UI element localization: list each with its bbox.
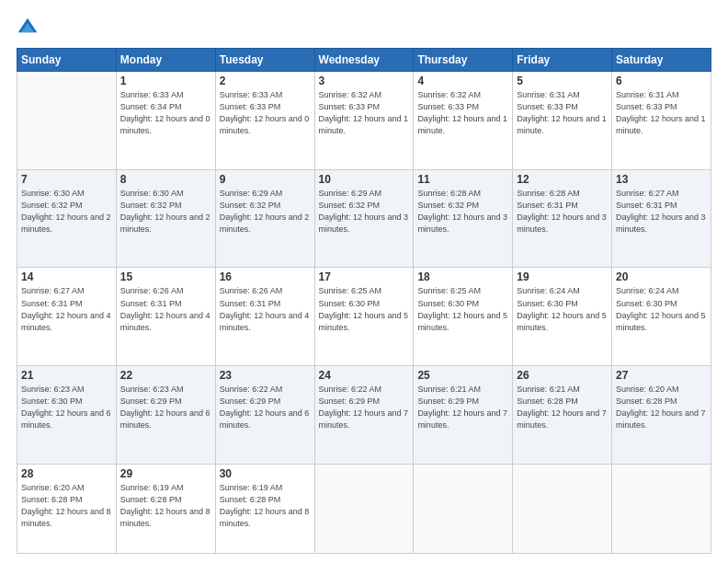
calendar-cell: 16 Sunrise: 6:26 AMSunset: 6:31 PMDaylig… — [215, 268, 314, 366]
calendar-cell — [17, 72, 117, 170]
day-number: 2 — [220, 75, 311, 87]
day-number: 19 — [517, 270, 608, 283]
day-info: Sunrise: 6:28 AMSunset: 6:32 PMDaylight:… — [417, 188, 508, 236]
day-info: Sunrise: 6:31 AMSunset: 6:33 PMDaylight:… — [517, 89, 608, 137]
calendar-cell: 27 Sunrise: 6:20 AMSunset: 6:28 PMDaylig… — [612, 366, 711, 465]
calendar-week-2: 7 Sunrise: 6:30 AMSunset: 6:32 PMDayligh… — [17, 169, 711, 268]
day-info: Sunrise: 6:33 AMSunset: 6:34 PMDaylight:… — [120, 89, 211, 137]
day-number: 20 — [616, 270, 707, 283]
day-info: Sunrise: 6:31 AMSunset: 6:33 PMDaylight:… — [616, 89, 707, 137]
day-info: Sunrise: 6:27 AMSunset: 6:31 PMDaylight:… — [616, 188, 707, 236]
calendar-cell: 2 Sunrise: 6:33 AMSunset: 6:33 PMDayligh… — [215, 72, 314, 170]
header-row: SundayMondayTuesdayWednesdayThursdayFrid… — [17, 49, 711, 72]
calendar-cell: 11 Sunrise: 6:28 AMSunset: 6:32 PMDaylig… — [414, 169, 513, 268]
calendar-cell: 19 Sunrise: 6:24 AMSunset: 6:30 PMDaylig… — [513, 268, 612, 366]
day-info: Sunrise: 6:21 AMSunset: 6:29 PMDaylight:… — [417, 384, 508, 431]
logo — [17, 17, 42, 39]
calendar-cell — [513, 464, 612, 553]
calendar-cell: 12 Sunrise: 6:28 AMSunset: 6:31 PMDaylig… — [513, 169, 612, 268]
calendar-cell: 6 Sunrise: 6:31 AMSunset: 6:33 PMDayligh… — [612, 72, 711, 170]
day-number: 6 — [616, 75, 707, 87]
day-info: Sunrise: 6:32 AMSunset: 6:33 PMDaylight:… — [417, 89, 508, 137]
day-info: Sunrise: 6:30 AMSunset: 6:32 PMDaylight:… — [21, 188, 112, 236]
day-info: Sunrise: 6:26 AMSunset: 6:31 PMDaylight:… — [120, 285, 211, 333]
day-info: Sunrise: 6:23 AMSunset: 6:29 PMDaylight:… — [120, 384, 211, 431]
calendar-cell: 28 Sunrise: 6:20 AMSunset: 6:28 PMDaylig… — [17, 464, 117, 553]
header-cell-thursday: Thursday — [414, 49, 513, 72]
calendar-cell: 7 Sunrise: 6:30 AMSunset: 6:32 PMDayligh… — [17, 169, 117, 268]
day-info: Sunrise: 6:19 AMSunset: 6:28 PMDaylight:… — [120, 482, 211, 530]
page: SundayMondayTuesdayWednesdayThursdayFrid… — [0, 0, 728, 563]
day-number: 17 — [319, 270, 410, 283]
day-info: Sunrise: 6:26 AMSunset: 6:31 PMDaylight:… — [220, 285, 311, 333]
calendar-cell — [314, 464, 414, 553]
calendar-cell: 4 Sunrise: 6:32 AMSunset: 6:33 PMDayligh… — [414, 72, 513, 170]
day-info: Sunrise: 6:24 AMSunset: 6:30 PMDaylight:… — [517, 285, 608, 333]
day-number: 12 — [517, 173, 608, 186]
calendar-cell: 14 Sunrise: 6:27 AMSunset: 6:31 PMDaylig… — [17, 268, 117, 366]
day-info: Sunrise: 6:22 AMSunset: 6:29 PMDaylight:… — [220, 384, 311, 431]
day-number: 13 — [616, 173, 707, 186]
calendar-cell: 18 Sunrise: 6:25 AMSunset: 6:30 PMDaylig… — [414, 268, 513, 366]
day-number: 7 — [21, 173, 112, 186]
header — [17, 17, 711, 39]
calendar-body: 1 Sunrise: 6:33 AMSunset: 6:34 PMDayligh… — [17, 72, 711, 554]
day-number: 4 — [417, 75, 508, 87]
day-info: Sunrise: 6:30 AMSunset: 6:32 PMDaylight:… — [120, 188, 211, 236]
day-number: 18 — [417, 270, 508, 283]
calendar-cell: 24 Sunrise: 6:22 AMSunset: 6:29 PMDaylig… — [314, 366, 414, 465]
day-number: 22 — [120, 369, 211, 382]
day-number: 29 — [120, 467, 211, 480]
day-info: Sunrise: 6:20 AMSunset: 6:28 PMDaylight:… — [21, 482, 112, 530]
header-cell-tuesday: Tuesday — [215, 49, 314, 72]
day-info: Sunrise: 6:29 AMSunset: 6:32 PMDaylight:… — [319, 188, 410, 236]
header-cell-sunday: Sunday — [17, 49, 117, 72]
day-info: Sunrise: 6:33 AMSunset: 6:33 PMDaylight:… — [220, 89, 311, 137]
day-number: 26 — [517, 369, 608, 382]
day-number: 3 — [319, 75, 410, 87]
day-number: 25 — [417, 369, 508, 382]
calendar-cell: 8 Sunrise: 6:30 AMSunset: 6:32 PMDayligh… — [116, 169, 215, 268]
calendar-cell: 30 Sunrise: 6:19 AMSunset: 6:28 PMDaylig… — [215, 464, 314, 553]
day-number: 9 — [220, 173, 311, 186]
day-info: Sunrise: 6:25 AMSunset: 6:30 PMDaylight:… — [417, 285, 508, 333]
calendar-week-3: 14 Sunrise: 6:27 AMSunset: 6:31 PMDaylig… — [17, 268, 711, 366]
day-info: Sunrise: 6:23 AMSunset: 6:30 PMDaylight:… — [21, 384, 112, 431]
day-info: Sunrise: 6:21 AMSunset: 6:28 PMDaylight:… — [517, 384, 608, 431]
calendar-cell: 10 Sunrise: 6:29 AMSunset: 6:32 PMDaylig… — [314, 169, 414, 268]
day-number: 15 — [120, 270, 211, 283]
day-number: 24 — [319, 369, 410, 382]
calendar-week-1: 1 Sunrise: 6:33 AMSunset: 6:34 PMDayligh… — [17, 72, 711, 170]
calendar-cell: 1 Sunrise: 6:33 AMSunset: 6:34 PMDayligh… — [116, 72, 215, 170]
calendar-cell — [612, 464, 711, 553]
header-cell-friday: Friday — [513, 49, 612, 72]
calendar-table: SundayMondayTuesdayWednesdayThursdayFrid… — [17, 48, 711, 554]
calendar-cell: 20 Sunrise: 6:24 AMSunset: 6:30 PMDaylig… — [612, 268, 711, 366]
day-info: Sunrise: 6:24 AMSunset: 6:30 PMDaylight:… — [616, 285, 707, 333]
calendar-cell — [414, 464, 513, 553]
day-info: Sunrise: 6:25 AMSunset: 6:30 PMDaylight:… — [319, 285, 410, 333]
day-info: Sunrise: 6:28 AMSunset: 6:31 PMDaylight:… — [517, 188, 608, 236]
day-info: Sunrise: 6:32 AMSunset: 6:33 PMDaylight:… — [319, 89, 410, 137]
day-number: 30 — [220, 467, 311, 480]
day-number: 1 — [120, 75, 211, 87]
calendar-cell: 3 Sunrise: 6:32 AMSunset: 6:33 PMDayligh… — [314, 72, 414, 170]
day-info: Sunrise: 6:22 AMSunset: 6:29 PMDaylight:… — [319, 384, 410, 431]
calendar-week-4: 21 Sunrise: 6:23 AMSunset: 6:30 PMDaylig… — [17, 366, 711, 465]
calendar-cell: 5 Sunrise: 6:31 AMSunset: 6:33 PMDayligh… — [513, 72, 612, 170]
logo-icon — [17, 17, 39, 39]
day-number: 28 — [21, 467, 112, 480]
calendar-header: SundayMondayTuesdayWednesdayThursdayFrid… — [17, 49, 711, 72]
calendar-cell: 21 Sunrise: 6:23 AMSunset: 6:30 PMDaylig… — [17, 366, 117, 465]
day-number: 10 — [319, 173, 410, 186]
calendar-cell: 17 Sunrise: 6:25 AMSunset: 6:30 PMDaylig… — [314, 268, 414, 366]
header-cell-monday: Monday — [116, 49, 215, 72]
calendar-cell: 9 Sunrise: 6:29 AMSunset: 6:32 PMDayligh… — [215, 169, 314, 268]
day-number: 14 — [21, 270, 112, 283]
day-number: 16 — [220, 270, 311, 283]
header-cell-saturday: Saturday — [612, 49, 711, 72]
calendar-cell: 15 Sunrise: 6:26 AMSunset: 6:31 PMDaylig… — [116, 268, 215, 366]
calendar-cell: 29 Sunrise: 6:19 AMSunset: 6:28 PMDaylig… — [116, 464, 215, 553]
calendar-cell: 26 Sunrise: 6:21 AMSunset: 6:28 PMDaylig… — [513, 366, 612, 465]
day-number: 23 — [220, 369, 311, 382]
